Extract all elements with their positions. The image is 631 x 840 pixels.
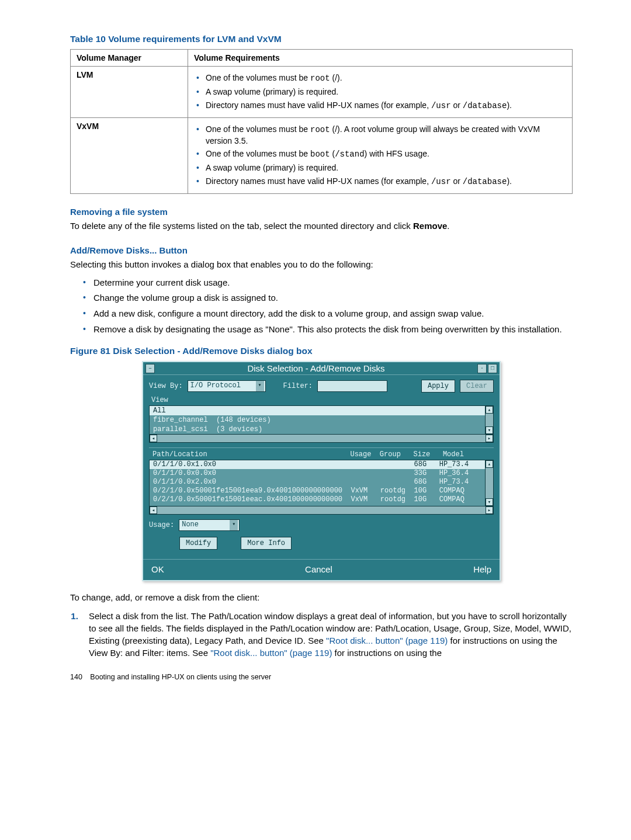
- cancel-button[interactable]: Cancel: [303, 563, 335, 575]
- lvm-req-2: A swap volume (primary) is required.: [204, 86, 566, 98]
- ok-button[interactable]: OK: [149, 563, 167, 575]
- bullet-1: Determine your current disk usage.: [83, 277, 573, 289]
- dialog-title: Disk Selection - Add/Remove Disks: [247, 363, 384, 373]
- lvm-req-1: One of the volumes must be root (/).: [204, 72, 566, 84]
- vxvm-req-3: A swap volume (primary) is required.: [204, 162, 566, 173]
- volume-requirements-table: Volume Manager Volume Requirements LVM O…: [70, 49, 573, 194]
- heading-add-remove: Add/Remove Disks... Button: [70, 245, 573, 255]
- cell-manager-vxvm: VxVM: [71, 117, 188, 193]
- disk-scrollbar-v[interactable]: ▴ ▾: [485, 460, 493, 506]
- bullet-2: Change the volume group a disk is assign…: [83, 292, 573, 304]
- disk-listbox[interactable]: 0/1/1/0.0x1.0x0 68G HP_73.4 0/1/1/0.0x0.…: [149, 460, 494, 506]
- modify-button[interactable]: Modify: [179, 537, 217, 550]
- dialog-titlebar: – Disk Selection - Add/Remove Disks · □: [143, 362, 500, 375]
- protocol-item-fc[interactable]: fibre_channel (148 devices): [150, 415, 493, 425]
- disk-columns-header: Path/Location Usage Group Size Model: [149, 447, 494, 460]
- help-button[interactable]: Help: [471, 563, 494, 575]
- protocol-scrollbar-v[interactable]: ▴ ▾: [485, 406, 493, 434]
- protocol-item-all[interactable]: All: [150, 406, 493, 415]
- scroll-down-icon[interactable]: ▾: [486, 498, 493, 506]
- disk-selection-dialog: – Disk Selection - Add/Remove Disks · □ …: [142, 361, 501, 581]
- table-caption: Table 10 Volume requirements for LVM and…: [70, 34, 573, 44]
- vxvm-req-2: One of the volumes must be boot (/stand)…: [204, 148, 566, 160]
- xref-root-disk-1[interactable]: "Root disk... button" (page 119): [326, 636, 448, 645]
- add-remove-bullets: Determine your current disk usage. Chang…: [83, 277, 573, 336]
- page-footer: 140 Booting and installing HP-UX on clie…: [70, 673, 573, 681]
- scroll-right-icon[interactable]: ▸: [486, 435, 493, 442]
- maximize-icon[interactable]: □: [488, 364, 497, 373]
- filter-input[interactable]: [317, 380, 387, 392]
- window-menu-icon[interactable]: –: [145, 364, 155, 373]
- th-volume-manager: Volume Manager: [71, 50, 188, 67]
- apply-button[interactable]: Apply: [421, 380, 455, 393]
- steps-list: Select a disk from the list. The Path/Lo…: [81, 610, 573, 659]
- para-removing-fs: To delete any of the file systems listed…: [70, 220, 573, 232]
- disk-row-3[interactable]: 0/1/1/0.0x2.0x0 68G HP_73.4: [150, 478, 493, 487]
- view-by-dropdown[interactable]: I/O Protocol: [188, 380, 266, 392]
- cell-reqs-lvm: One of the volumes must be root (/). A s…: [188, 67, 573, 118]
- disk-row-5[interactable]: 0/2/1/0.0x50001fe15001eeac.0x40010000000…: [150, 495, 493, 504]
- bullet-3: Add a new disk, configure a mount direct…: [83, 308, 573, 320]
- para-add-remove-intro: Selecting this button invokes a dialog b…: [70, 259, 573, 271]
- footer-title: Booting and installing HP-UX on clients …: [90, 673, 271, 681]
- protocol-scrollbar-h[interactable]: ◂ ▸: [149, 435, 494, 443]
- para-change-disk: To change, add, or remove a disk from th…: [70, 592, 573, 604]
- heading-removing-fs: Removing a file system: [70, 207, 573, 217]
- scroll-up-icon[interactable]: ▴: [486, 406, 493, 414]
- cell-manager-lvm: LVM: [71, 67, 188, 118]
- lvm-req-3: Directory names must have valid HP-UX na…: [204, 100, 566, 112]
- bullet-4: Remove a disk by designating the usage a…: [83, 324, 573, 336]
- disk-row-2[interactable]: 0/1/1/0.0x0.0x0 33G HP_36.4: [150, 469, 493, 478]
- document-page: Table 10 Volume requirements for LVM and…: [0, 0, 631, 699]
- scroll-left-icon[interactable]: ◂: [150, 435, 157, 442]
- protocol-item-scsi[interactable]: parallel_scsi (3 devices): [150, 425, 493, 434]
- disk-row-4[interactable]: 0/2/1/0.0x50001fe15001eea9.0x40010000000…: [150, 487, 493, 495]
- xref-root-disk-2[interactable]: "Root disk... button" (page 119): [210, 648, 332, 658]
- vxvm-req-1: One of the volumes must be root (/). A r…: [204, 124, 566, 147]
- more-info-button[interactable]: More Info: [241, 537, 292, 550]
- page-number: 140: [70, 673, 82, 681]
- step-1: Select a disk from the list. The Path/Lo…: [81, 610, 573, 659]
- figure-caption: Figure 81 Disk Selection - Add/Remove Di…: [70, 346, 573, 356]
- minimize-icon[interactable]: ·: [477, 364, 487, 373]
- protocol-listbox[interactable]: All fibre_channel (148 devices) parallel…: [149, 405, 494, 435]
- view-label: View: [151, 396, 494, 404]
- usage-dropdown[interactable]: None: [179, 519, 240, 531]
- view-by-label: View By:: [149, 382, 183, 390]
- scroll-left-icon[interactable]: ◂: [150, 506, 157, 514]
- scroll-up-icon[interactable]: ▴: [486, 460, 493, 468]
- disk-row-1[interactable]: 0/1/1/0.0x1.0x0 68G HP_73.4: [150, 460, 493, 469]
- filter-label: Filter:: [283, 382, 313, 390]
- th-volume-requirements: Volume Requirements: [188, 50, 573, 67]
- cell-reqs-vxvm: One of the volumes must be root (/). A r…: [188, 117, 573, 193]
- disk-scrollbar-h[interactable]: ◂ ▸: [149, 506, 494, 515]
- scroll-right-icon[interactable]: ▸: [486, 506, 493, 514]
- scroll-down-icon[interactable]: ▾: [486, 426, 493, 434]
- clear-button[interactable]: Clear: [460, 380, 494, 393]
- vxvm-req-4: Directory names must have valid HP-UX na…: [204, 176, 566, 188]
- usage-label: Usage:: [149, 521, 174, 529]
